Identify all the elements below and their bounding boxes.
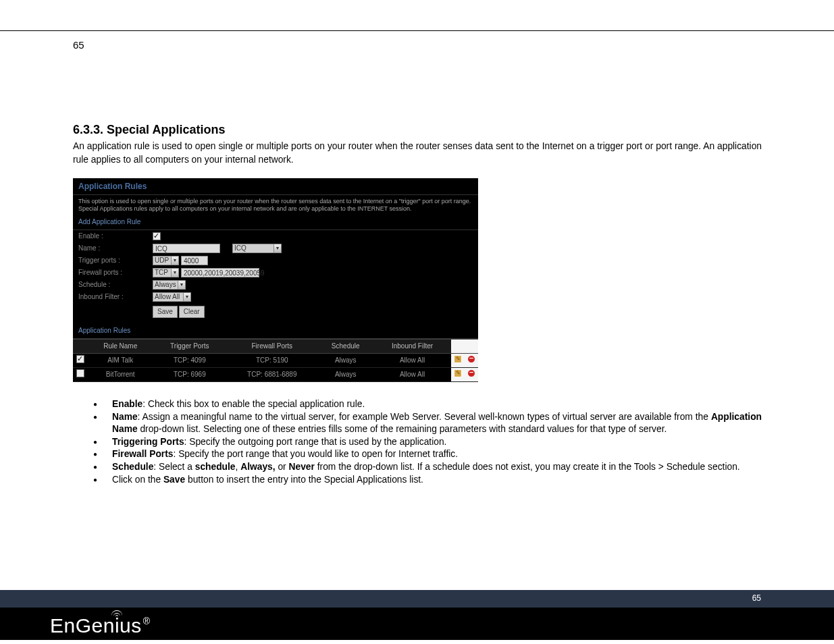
cell-inbound: Allow All bbox=[373, 367, 451, 381]
row-checkbox[interactable] bbox=[76, 355, 84, 363]
footer-logo-bar: EnGenius® bbox=[0, 608, 834, 640]
add-rule-header: Add Application Rule bbox=[73, 215, 478, 230]
delete-icon[interactable] bbox=[467, 355, 475, 363]
edit-icon[interactable] bbox=[454, 369, 462, 377]
schedule-select[interactable]: Always bbox=[153, 280, 178, 290]
footer-bar: 65 bbox=[0, 590, 834, 608]
panel-description: This option is used to open single or mu… bbox=[73, 195, 478, 215]
page-number-top: 65 bbox=[73, 39, 84, 51]
table-row: AIM Talk TCP: 4099 TCP: 5190 Always Allo… bbox=[73, 353, 478, 367]
table-row: BitTorrent TCP: 6969 TCP: 6881-6889 Alwa… bbox=[73, 367, 478, 381]
registered-mark: ® bbox=[143, 616, 150, 626]
cell-schedule: Always bbox=[317, 353, 373, 367]
cell-firewall: TCP: 6881-6889 bbox=[226, 367, 317, 381]
name-input[interactable]: ICQ bbox=[153, 244, 220, 253]
col-inbound-filter: Inbound Filter bbox=[373, 339, 451, 353]
cell-inbound: Allow All bbox=[373, 353, 451, 367]
cell-rule-name: BitTorrent bbox=[88, 367, 153, 381]
bullet-list: Enable: Check this box to enable the spe… bbox=[93, 398, 762, 486]
page-number-footer: 65 bbox=[752, 593, 761, 603]
panel-title: Application Rules bbox=[73, 178, 478, 195]
edit-icon[interactable] bbox=[454, 355, 462, 363]
trigger-ports-label: Trigger ports : bbox=[78, 256, 153, 265]
schedule-label: Schedule : bbox=[78, 280, 153, 290]
name-select[interactable]: ICQ bbox=[232, 244, 274, 253]
list-item: Name: Assign a meaningful name to the vi… bbox=[93, 411, 762, 436]
col-firewall-ports: Firewall Ports bbox=[226, 339, 317, 353]
chevron-down-icon[interactable]: ▼ bbox=[183, 292, 191, 302]
cell-rule-name: AIM Talk bbox=[88, 353, 153, 367]
list-item: Firewall Ports: Specify the port range t… bbox=[93, 448, 762, 461]
delete-icon[interactable] bbox=[467, 369, 475, 377]
enable-label: Enable : bbox=[78, 232, 153, 241]
rules-list-header: Application Rules bbox=[73, 323, 478, 339]
list-item: Enable: Check this box to enable the spe… bbox=[93, 398, 762, 411]
intro-paragraph: An application rule is used to open sing… bbox=[73, 140, 762, 166]
enable-checkbox[interactable] bbox=[153, 232, 161, 240]
firewall-proto-select[interactable]: TCP bbox=[153, 268, 172, 277]
cell-trigger: TCP: 6969 bbox=[153, 367, 226, 381]
inbound-filter-select[interactable]: Allow All bbox=[153, 292, 184, 302]
chevron-down-icon[interactable]: ▼ bbox=[273, 244, 282, 253]
list-item: Click on the Save button to insert the e… bbox=[93, 474, 762, 487]
col-check bbox=[73, 339, 88, 353]
list-item: Schedule: Select a schedule, Always, or … bbox=[93, 461, 762, 474]
row-checkbox[interactable] bbox=[76, 369, 84, 377]
rules-table: Rule Name Trigger Ports Firewall Ports S… bbox=[73, 339, 478, 382]
save-button[interactable]: Save bbox=[153, 306, 178, 318]
chevron-down-icon[interactable]: ▼ bbox=[178, 280, 186, 290]
main-content: 6.3.3. Special Applications An applicati… bbox=[73, 122, 762, 486]
trigger-ports-input[interactable]: 4000 bbox=[181, 256, 208, 265]
clear-button[interactable]: Clear bbox=[179, 306, 205, 318]
cell-schedule: Always bbox=[317, 367, 373, 381]
firewall-ports-label: Firewall ports : bbox=[78, 268, 153, 277]
col-trigger-ports: Trigger Ports bbox=[153, 339, 226, 353]
chevron-down-icon[interactable]: ▼ bbox=[171, 256, 179, 265]
inbound-filter-label: Inbound Filter : bbox=[78, 292, 153, 302]
col-rule-name: Rule Name bbox=[88, 339, 153, 353]
chevron-down-icon[interactable]: ▼ bbox=[171, 268, 179, 277]
list-item: Triggering Ports: Specify the outgoing p… bbox=[93, 436, 762, 449]
trigger-proto-select[interactable]: UDP bbox=[153, 256, 172, 265]
brand-logo: EnGenius bbox=[50, 614, 142, 637]
wifi-icon bbox=[111, 610, 123, 617]
firewall-ports-input[interactable]: 20000,20019,20039,20059 bbox=[181, 268, 259, 277]
name-label: Name : bbox=[78, 244, 153, 253]
section-heading: 6.3.3. Special Applications bbox=[73, 122, 762, 138]
col-schedule: Schedule bbox=[317, 339, 373, 353]
cell-trigger: TCP: 4099 bbox=[153, 353, 226, 367]
cell-firewall: TCP: 5190 bbox=[226, 353, 317, 367]
embedded-screenshot: Application Rules This option is used to… bbox=[73, 178, 478, 382]
